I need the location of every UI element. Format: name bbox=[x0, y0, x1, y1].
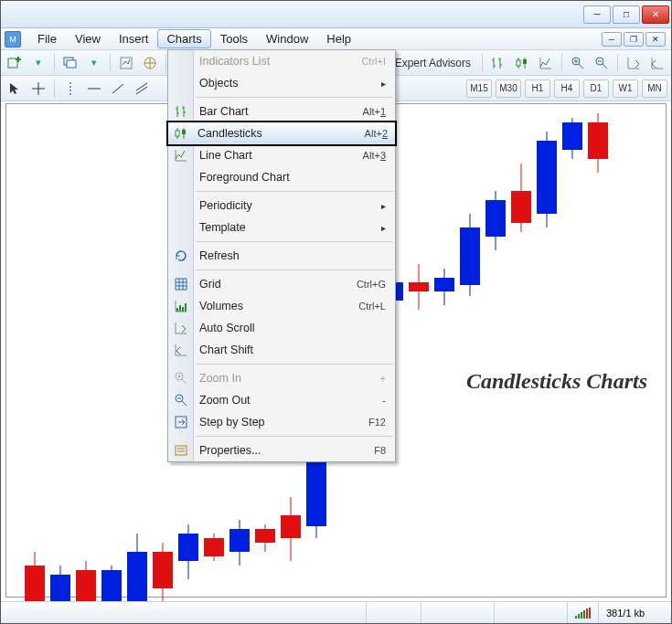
menu-zoom-in[interactable]: Zoom In+ bbox=[168, 367, 395, 389]
svg-rect-2 bbox=[67, 60, 76, 68]
candlestick bbox=[153, 543, 173, 602]
candlestick bbox=[434, 269, 454, 305]
maximize-button[interactable]: □ bbox=[613, 5, 640, 24]
menu-chart-shift[interactable]: Chart Shift bbox=[168, 339, 395, 361]
candlestick bbox=[229, 520, 250, 566]
candlestick bbox=[460, 214, 480, 296]
horizontal-line-icon[interactable] bbox=[84, 79, 104, 99]
menu-zoom-out[interactable]: Zoom Out- bbox=[168, 389, 395, 411]
menu-periodicity[interactable]: Periodicity▸ bbox=[168, 195, 395, 217]
bar-chart-icon[interactable] bbox=[488, 53, 508, 73]
timeframe-m30[interactable]: M30 bbox=[496, 79, 521, 98]
menu-grid[interactable]: GridCtrl+G bbox=[168, 273, 395, 295]
candlestick bbox=[537, 132, 557, 227]
timeframe-h1[interactable]: H1 bbox=[525, 79, 550, 98]
candlestick bbox=[255, 524, 275, 552]
menu-charts[interactable]: Charts bbox=[157, 29, 210, 48]
dropdown-arrow-icon[interactable]: ▾ bbox=[84, 53, 104, 73]
svg-rect-12 bbox=[182, 130, 186, 134]
volumes-icon bbox=[173, 298, 189, 314]
chart-shift-icon[interactable] bbox=[647, 53, 667, 73]
menu-tools[interactable]: Tools bbox=[211, 29, 257, 48]
candlestick bbox=[588, 113, 608, 173]
bar-chart-icon bbox=[173, 103, 189, 120]
expert-advisors-label[interactable]: Expert Advisors bbox=[389, 57, 476, 69]
menu-indicators-list[interactable]: Indicators ListCtrl+I bbox=[168, 50, 395, 72]
zoom-in-icon[interactable] bbox=[568, 53, 588, 73]
connection-status-icon[interactable] bbox=[567, 602, 598, 623]
app-logo-icon: M bbox=[5, 31, 21, 48]
svg-rect-8 bbox=[523, 59, 527, 64]
menu-objects[interactable]: Objects▸ bbox=[168, 72, 395, 94]
candlestick bbox=[485, 191, 506, 250]
autoscroll-icon[interactable] bbox=[624, 53, 644, 73]
menu-insert[interactable]: Insert bbox=[110, 29, 158, 48]
timeframe-h4[interactable]: H4 bbox=[554, 79, 580, 98]
menu-volumes[interactable]: VolumesCtrl+L bbox=[168, 295, 395, 317]
candlestick bbox=[511, 164, 531, 232]
chart-shift-icon bbox=[173, 342, 189, 358]
properties-icon bbox=[173, 442, 189, 459]
menu-bar-chart[interactable]: Bar ChartAlt+1 bbox=[168, 100, 395, 122]
candlestick-icon[interactable] bbox=[512, 53, 532, 73]
profiles-icon[interactable] bbox=[60, 53, 80, 73]
menu-refresh[interactable]: Refresh bbox=[168, 245, 395, 267]
crosshair-icon[interactable] bbox=[28, 79, 48, 99]
timeframe-m15[interactable]: M15 bbox=[466, 79, 492, 98]
menu-bar: M File View Insert Charts Tools Window H… bbox=[1, 28, 671, 50]
zoom-out-icon bbox=[173, 392, 189, 408]
menu-properties[interactable]: Properties...F8 bbox=[168, 439, 395, 461]
minimize-button[interactable]: ─ bbox=[583, 5, 611, 24]
cursor-icon[interactable] bbox=[5, 79, 25, 99]
candlestick bbox=[178, 524, 198, 579]
zoom-in-icon bbox=[173, 370, 189, 386]
candlestick bbox=[409, 264, 429, 310]
charts-menu-dropdown: Indicators ListCtrl+I Objects▸ Bar Chart… bbox=[167, 49, 396, 462]
navigator-icon[interactable] bbox=[140, 53, 160, 73]
candlestick bbox=[204, 534, 224, 561]
timeframe-w1[interactable]: W1 bbox=[613, 79, 638, 98]
menu-auto-scroll[interactable]: Auto Scroll bbox=[168, 317, 395, 339]
candlestick bbox=[281, 497, 301, 561]
candlestick bbox=[562, 118, 582, 159]
menu-candlesticks[interactable]: CandlesticksAlt+2 bbox=[166, 121, 397, 146]
menu-view[interactable]: View bbox=[66, 29, 110, 48]
autoscroll-icon bbox=[173, 320, 189, 336]
zoom-out-icon[interactable] bbox=[592, 53, 612, 73]
candlestick-icon bbox=[173, 125, 189, 142]
close-button[interactable]: ✕ bbox=[642, 5, 669, 24]
mdi-close-button[interactable]: ✕ bbox=[645, 32, 666, 47]
svg-rect-11 bbox=[176, 131, 179, 136]
menu-template[interactable]: Template▸ bbox=[168, 217, 395, 238]
grid-icon bbox=[173, 276, 189, 292]
traffic-status: 381/1 kb bbox=[598, 602, 671, 623]
trendline-icon[interactable] bbox=[108, 79, 128, 99]
line-chart-icon bbox=[173, 147, 189, 164]
mdi-restore-button[interactable]: ❐ bbox=[624, 32, 644, 47]
svg-rect-7 bbox=[517, 60, 520, 66]
mdi-minimize-button[interactable]: ─ bbox=[602, 32, 622, 47]
menu-help[interactable]: Help bbox=[317, 29, 360, 48]
step-icon bbox=[173, 414, 189, 430]
menu-foreground-chart[interactable]: Foreground Chart bbox=[168, 166, 395, 188]
dropdown-arrow-icon[interactable]: ▾ bbox=[28, 53, 48, 73]
channel-icon[interactable] bbox=[132, 79, 152, 99]
menu-window[interactable]: Window bbox=[257, 29, 317, 48]
svg-rect-16 bbox=[176, 446, 187, 455]
refresh-icon bbox=[173, 248, 189, 264]
chart-overlay-label: Candlesticks Charts bbox=[466, 369, 647, 394]
line-chart-icon[interactable] bbox=[536, 53, 556, 73]
menu-step-by-step[interactable]: Step by StepF12 bbox=[168, 411, 395, 433]
window-titlebar: ─ □ ✕ bbox=[1, 1, 671, 28]
status-bar: 381/1 kb bbox=[1, 601, 671, 623]
timeframe-mn[interactable]: MN bbox=[642, 79, 667, 98]
menu-file[interactable]: File bbox=[28, 29, 66, 48]
market-watch-icon[interactable] bbox=[116, 53, 136, 73]
vertical-line-icon[interactable] bbox=[60, 79, 80, 99]
timeframe-d1[interactable]: D1 bbox=[583, 79, 609, 98]
svg-rect-3 bbox=[121, 58, 132, 69]
menu-line-chart[interactable]: Line ChartAlt+3 bbox=[168, 144, 395, 166]
new-chart-icon[interactable] bbox=[5, 53, 25, 73]
